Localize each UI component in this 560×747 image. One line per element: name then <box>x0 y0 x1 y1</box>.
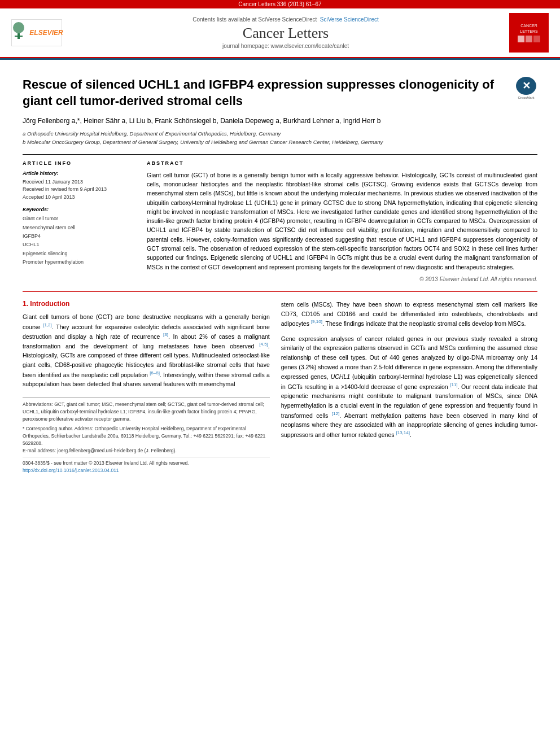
intro-paragraph-3: Gene expression analyses of cancer relat… <box>281 334 537 439</box>
article-title-section: Rescue of silenced UCHL1 and IGFBP4 expr… <box>23 77 537 109</box>
article-title: Rescue of silenced UCHL1 and IGFBP4 expr… <box>23 77 515 109</box>
journal-header: ELSEVIER Contents lists available at Sci… <box>0 8 560 58</box>
article-history-section: Article history: Received 11 January 201… <box>23 171 135 202</box>
footnote-issn: 0304-3835/$ - see front matter © 2013 El… <box>23 457 270 467</box>
affiliation-a: a Orthopedic University Hospital Heidelb… <box>23 130 537 138</box>
footnote-email: E-mail address: joerg.fellenberg@med.uni… <box>23 447 270 455</box>
abstract-column: ABSTRACT Giant cell tumor (GCT) of bone … <box>147 160 537 282</box>
doi-text: http://dx.doi.org/10.1016/j.canlet.2013.… <box>23 468 119 473</box>
keyword-3: IGFBP4 <box>23 232 135 241</box>
history-revised: Received in revised form 9 April 2013 <box>23 186 135 194</box>
history-received: Received 11 January 2013 <box>23 178 135 186</box>
article-info-label: ARTICLE INFO <box>23 160 135 166</box>
crossmark-badge[interactable]: ✕ CrossMark <box>515 77 537 99</box>
authors-text: Jörg Fellenberg a,*, Heiner Sähr a, Li L… <box>23 117 380 125</box>
elsevier-logo: ELSEVIER <box>11 19 62 46</box>
keywords-title: Keywords: <box>23 207 135 212</box>
article-info-column: ARTICLE INFO Article history: Received 1… <box>23 160 135 282</box>
ref-4-5: [4,5] <box>259 342 268 347</box>
intro-paragraph-1: Giant cell tumors of bone (GCT) are bone… <box>23 312 270 389</box>
journal-center-header: Contents lists available at SciVerse Sci… <box>68 16 504 49</box>
introduction-heading: 1. Introduction <box>23 300 270 308</box>
top-bar-text: Cancer Letters 336 (2013) 61–67 <box>238 1 321 7</box>
footnotes-section: Abbreviations: GCT, giant cell tumor; MS… <box>23 397 270 474</box>
crossmark-label: CrossMark <box>518 96 534 99</box>
keyword-5: Epigenetic silencing <box>23 250 135 258</box>
article-info-abstract-row: ARTICLE INFO Article history: Received 1… <box>23 154 537 282</box>
ref-11: [11] <box>450 382 457 387</box>
crossmark-icon: ✕ <box>516 77 536 95</box>
issn-text: 0304-3835/$ - see front matter © 2013 El… <box>23 460 189 466</box>
ref-9-10: [9,10] <box>311 319 322 324</box>
body-right-column: stem cells (MSCs). They have been shown … <box>281 300 537 474</box>
abstract-label: ABSTRACT <box>147 160 537 166</box>
journal-title: Cancer Letters <box>68 25 504 42</box>
intro-paragraph-2: stem cells (MSCs). They have been shown … <box>281 300 537 329</box>
email-text: E-mail address: joerg.fellenberg@med.uni… <box>23 448 177 453</box>
cancer-logo-line2: LETTERS <box>518 29 540 34</box>
affiliations: a Orthopedic University Hospital Heidelb… <box>23 130 537 146</box>
contents-text: Contents lists available at SciVerse Sci… <box>193 16 317 23</box>
cancer-letters-logo: CANCER LETTERS <box>509 13 549 53</box>
keyword-4: UCHL1 <box>23 241 135 249</box>
article-body: 1. Introduction Giant cell tumors of bon… <box>23 291 537 474</box>
ref-6-8: [6–8] <box>150 370 160 375</box>
keywords-list: Giant cell tumor Mesenchymal stem cell I… <box>23 215 135 267</box>
ref-3: [3] <box>163 332 168 337</box>
body-left-column: 1. Introduction Giant cell tumors of bon… <box>23 300 270 474</box>
abstract-copyright: © 2013 Elsevier Ireland Ltd. All rights … <box>147 276 537 282</box>
sciverse-link[interactable]: SciVerse ScienceDirect <box>320 16 379 23</box>
ref-13-14: [13,14] <box>396 430 409 435</box>
keyword-1: Giant cell tumor <box>23 215 135 223</box>
cancer-logo-line1: CANCER <box>518 23 540 29</box>
article-content: Rescue of silenced UCHL1 and IGFBP4 expr… <box>0 60 560 486</box>
affiliation-b: b Molecular OncoSurgery Group, Departmen… <box>23 138 537 146</box>
keywords-section: Keywords: Giant cell tumor Mesenchymal s… <box>23 207 135 267</box>
footnote-corresponding: * Corresponding author. Address: Orthope… <box>23 425 270 447</box>
ref-12: [12] <box>332 411 339 416</box>
keyword-6: Promoter hypermethylation <box>23 258 135 267</box>
footnote-doi: http://dx.doi.org/10.1016/j.canlet.2013.… <box>23 467 270 474</box>
abstract-text: Giant cell tumor (GCT) of bone is a gene… <box>147 171 537 272</box>
uchl1-gene-mention: UCHL1 <box>331 373 350 380</box>
history-accepted: Accepted 10 April 2013 <box>23 194 135 202</box>
corresponding-text: * Corresponding author. Address: Orthope… <box>23 426 265 446</box>
svg-point-0 <box>13 22 24 33</box>
journal-homepage: journal homepage: www.elsevier.com/locat… <box>68 43 504 49</box>
ref-1-2: [1,2] <box>43 322 52 327</box>
abbreviations-text: Abbreviations: GCT, giant cell tumor; MS… <box>23 401 264 422</box>
contents-line: Contents lists available at SciVerse Sci… <box>68 16 504 23</box>
footnote-abbreviations: Abbreviations: GCT, giant cell tumor; MS… <box>23 401 270 422</box>
svg-rect-2 <box>15 36 23 37</box>
history-title: Article history: <box>23 171 135 176</box>
authors-line: Jörg Fellenberg a,*, Heiner Sähr a, Li L… <box>23 116 537 126</box>
elsevier-wordmark: ELSEVIER <box>29 29 63 37</box>
keyword-2: Mesenchymal stem cell <box>23 224 135 232</box>
top-bar: Cancer Letters 336 (2013) 61–67 <box>0 0 560 8</box>
